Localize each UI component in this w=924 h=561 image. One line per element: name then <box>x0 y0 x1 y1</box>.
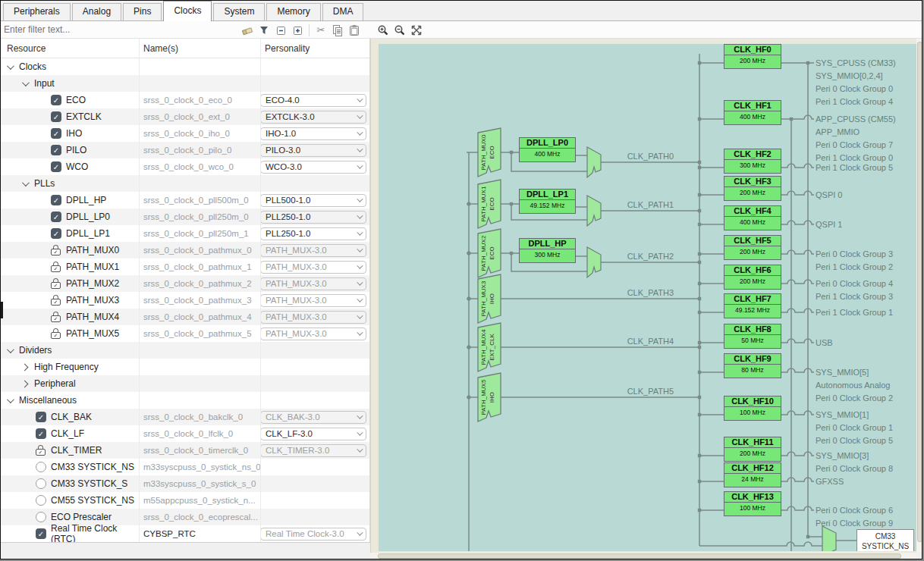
table-row-high-frequency[interactable]: High Frequency <box>1 359 370 375</box>
lock-icon[interactable]: ✓ <box>36 445 46 456</box>
personality-dropdown[interactable]: ECO-4.0 <box>260 94 366 107</box>
column-separator[interactable] <box>260 39 261 542</box>
copy-icon[interactable] <box>329 23 346 38</box>
tab-dma[interactable]: DMA <box>322 3 364 20</box>
column-header-names[interactable]: Name(s) <box>143 43 178 54</box>
column-header-resource[interactable]: Resource <box>7 43 46 54</box>
checkbox-checked[interactable]: ✓ <box>51 111 61 122</box>
personality-dropdown[interactable]: WCO-3.0 <box>260 161 366 174</box>
personality-dropdown[interactable]: PATH_MUX-3.0 <box>260 277 366 290</box>
table-row-clk-timer[interactable]: ✓CLK_TIMERsrss_0_clock_0_timerclk_0CLK_T… <box>1 442 370 459</box>
filter-input[interactable] <box>4 23 224 36</box>
tab-clocks[interactable]: Clocks <box>163 1 212 21</box>
horizontal-scrollbar-handle[interactable] <box>378 553 901 559</box>
chevron-down-icon[interactable] <box>22 79 30 86</box>
checkbox-checked[interactable]: ✓ <box>36 412 46 422</box>
table-row-dpll-lp0[interactable]: ✓DPLL_LP0srss_0_clock_0_pll250m_0PLL250-… <box>1 208 370 225</box>
personality-dropdown[interactable]: PLL250-1.0 <box>260 227 366 240</box>
table-row-cm33-systick-s[interactable]: CM33 SYSTICK_Sm33syscpuss_0_systick_s_0 <box>1 475 370 492</box>
personality-dropdown[interactable]: PLL250-1.0 <box>260 211 366 224</box>
table-row-dpll-hp[interactable]: ✓DPLL_HPsrss_0_clock_0_pll500m_0PLL500-1… <box>1 192 370 208</box>
checkbox-checked[interactable]: ✓ <box>51 228 61 239</box>
checkbox-checked[interactable]: ✓ <box>51 128 61 139</box>
checkbox-checked[interactable]: ✓ <box>51 145 61 155</box>
cut-icon[interactable]: ✂ <box>313 23 329 38</box>
tab-analog[interactable]: Analog <box>72 3 121 20</box>
table-row-cm55-systick-ns[interactable]: CM55 SYSTICK_NSm55appcpuss_0_systick_n..… <box>1 492 370 509</box>
chevron-right-icon[interactable] <box>21 363 29 371</box>
chevron-down-icon[interactable] <box>7 346 14 353</box>
checkbox-checked[interactable]: ✓ <box>51 161 61 172</box>
table-row-path-mux2[interactable]: ✓PATH_MUX2srss_0_clock_0_pathmux_2PATH_M… <box>1 275 370 292</box>
table-row-pilo[interactable]: ✓PILOsrss_0_clock_0_pilo_0PILO-3.0 <box>1 142 370 158</box>
paste-icon[interactable] <box>346 23 363 38</box>
chevron-down-icon[interactable] <box>22 179 30 186</box>
lock-icon[interactable]: ✓ <box>51 295 61 306</box>
lock-icon[interactable]: ✓ <box>51 245 61 255</box>
filter-icon[interactable] <box>256 23 272 38</box>
zoom-fit-icon[interactable] <box>408 23 425 38</box>
table-row-input[interactable]: Input <box>1 75 370 92</box>
tab-pins[interactable]: Pins <box>123 3 162 20</box>
personality-dropdown[interactable]: PATH_MUX-3.0 <box>260 261 366 274</box>
tab-memory[interactable]: Memory <box>266 3 320 20</box>
personality-dropdown[interactable]: EXTCLK-3.0 <box>260 111 366 124</box>
table-row-peripheral[interactable]: Peripheral <box>1 375 370 392</box>
checkbox-unchecked[interactable] <box>36 462 46 472</box>
personality-dropdown[interactable]: PATH_MUX-3.0 <box>260 244 366 257</box>
personality-dropdown[interactable]: IHO-1.0 <box>260 127 366 140</box>
tab-system[interactable]: System <box>213 3 265 20</box>
table-row-dividers[interactable]: Dividers <box>1 342 370 359</box>
chevron-down-icon[interactable] <box>7 62 14 70</box>
column-header-personality[interactable]: Personality <box>265 43 310 54</box>
table-row-clk-bak[interactable]: ✓CLK_BAKsrss_0_clock_0_bakclk_0CLK_BAK-3… <box>1 409 370 425</box>
expand-all-icon[interactable] <box>289 23 306 38</box>
lock-icon[interactable]: ✓ <box>51 312 61 322</box>
lock-icon[interactable]: ✓ <box>51 262 61 272</box>
table-row-clk-lf[interactable]: ✓CLK_LFsrss_0_clock_0_lfclk_0CLK_LF-3.0 <box>1 425 370 442</box>
personality-dropdown[interactable]: PLL500-1.0 <box>260 194 366 207</box>
personality-dropdown[interactable]: CLK_BAK-3.0 <box>260 411 366 424</box>
lock-icon[interactable]: ✓ <box>51 328 61 339</box>
table-row-path-mux3[interactable]: ✓PATH_MUX3srss_0_clock_0_pathmux_3PATH_M… <box>1 292 370 309</box>
personality-dropdown[interactable]: PATH_MUX-3.0 <box>260 311 366 324</box>
checkbox-checked[interactable]: ✓ <box>36 528 46 539</box>
vertical-scrollbar-handle[interactable] <box>917 42 922 542</box>
personality-dropdown[interactable]: PATH_MUX-3.0 <box>260 328 366 340</box>
checkbox-checked[interactable]: ✓ <box>51 212 61 222</box>
personality-dropdown[interactable]: PILO-3.0 <box>260 144 366 157</box>
chevron-down-icon[interactable] <box>7 396 14 403</box>
table-row-path-mux1[interactable]: ✓PATH_MUX1srss_0_clock_0_pathmux_1PATH_M… <box>1 259 370 275</box>
table-row-path-mux0[interactable]: ✓PATH_MUX0srss_0_clock_0_pathmux_0PATH_M… <box>1 242 370 259</box>
table-row-cm33-systick-ns[interactable]: CM33 SYSTICK_NSm33syscpuss_0_systick_ns_… <box>1 459 370 475</box>
diagram-canvas[interactable]: PATH_MUX0ECOPATH_MUX1ECOPATH_MUX2ECOPATH… <box>379 44 916 551</box>
table-row-path-mux5[interactable]: ✓PATH_MUX5srss_0_clock_0_pathmux_5PATH_M… <box>1 325 370 342</box>
chevron-right-icon[interactable] <box>21 380 29 387</box>
table-row-miscellaneous[interactable]: Miscellaneous <box>1 392 370 409</box>
column-separator[interactable] <box>139 39 140 542</box>
table-row-eco[interactable]: ✓ECOsrss_0_clock_0_eco_0ECO-4.0 <box>1 92 370 108</box>
personality-dropdown[interactable]: CLK_LF-3.0 <box>260 428 366 440</box>
vertical-scrollbar[interactable] <box>916 39 922 553</box>
table-row-iho[interactable]: ✓IHOsrss_0_clock_0_iho_0IHO-1.0 <box>1 125 370 142</box>
lock-icon[interactable]: ✓ <box>51 278 61 289</box>
collapse-all-icon[interactable] <box>272 23 289 38</box>
checkbox-checked[interactable]: ✓ <box>51 195 61 205</box>
table-row-wco[interactable]: ✓WCOsrss_0_clock_0_wco_0WCO-3.0 <box>1 158 370 175</box>
checkbox-unchecked[interactable] <box>36 478 46 489</box>
personality-dropdown[interactable]: PATH_MUX-3.0 <box>260 294 366 307</box>
tab-peripherals[interactable]: Peripherals <box>3 3 71 20</box>
table-row-dpll-lp1[interactable]: ✓DPLL_LP1srss_0_clock_0_pll250m_1PLL250-… <box>1 225 370 242</box>
table-row-real-time-clock-rtc-[interactable]: ✓Real Time Clock (RTC)CYBSP_RTCReal Time… <box>1 525 370 542</box>
table-row-extclk[interactable]: ✓EXTCLKsrss_0_clock_0_ext_0EXTCLK-3.0 <box>1 108 370 125</box>
table-row-plls[interactable]: PLLs <box>1 175 370 192</box>
zoom-out-icon[interactable] <box>391 23 408 38</box>
zoom-in-icon[interactable] <box>375 23 391 38</box>
panel-separator[interactable] <box>369 39 370 542</box>
checkbox-checked[interactable]: ✓ <box>36 428 46 439</box>
table-row-path-mux4[interactable]: ✓PATH_MUX4srss_0_clock_0_pathmux_4PATH_M… <box>1 309 370 325</box>
horizontal-scrollbar[interactable] <box>370 553 916 559</box>
personality-dropdown[interactable]: Real Time Clock-3.0 <box>260 528 366 541</box>
table-row-clocks[interactable]: Clocks <box>1 58 370 75</box>
checkbox-unchecked[interactable] <box>36 512 46 522</box>
